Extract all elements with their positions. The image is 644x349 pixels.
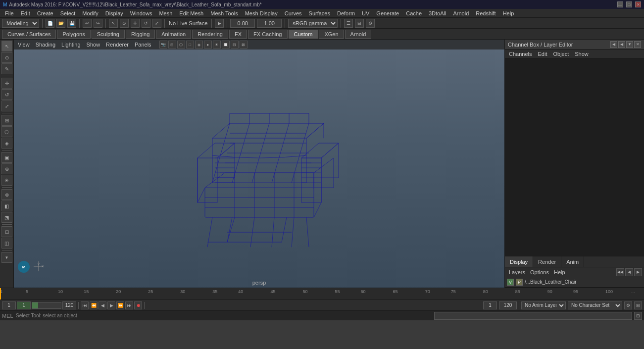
- show-menu[interactable]: Show: [573, 50, 591, 57]
- end-frame-input[interactable]: [62, 301, 76, 309]
- rotate-tool[interactable]: ↺: [1, 89, 12, 100]
- help-menu[interactable]: Help: [552, 269, 567, 276]
- move-tool[interactable]: ✛: [1, 78, 12, 89]
- vp-icon-2[interactable]: ⊞: [168, 41, 176, 49]
- vp-icon-3[interactable]: ⬡: [177, 41, 185, 49]
- scale-icon[interactable]: ⤢: [152, 19, 161, 28]
- tab-anim[interactable]: Anim: [561, 256, 584, 267]
- open-file-icon[interactable]: 📂: [56, 19, 65, 28]
- menu-surfaces[interactable]: Surfaces: [306, 10, 333, 17]
- step-fwd-btn[interactable]: ⏩: [116, 301, 124, 309]
- menu-mesh[interactable]: Mesh: [156, 10, 175, 17]
- mode-dropdown[interactable]: Modeling: [2, 19, 39, 28]
- char-set-selector[interactable]: No Character Set: [568, 301, 622, 309]
- layer-vis-p[interactable]: P: [516, 279, 523, 286]
- vp-menu-show[interactable]: Show: [85, 41, 102, 48]
- timeline-track[interactable]: 1 5 10 15 20 25 30 35 40 45 50 55 60 65 …: [0, 288, 644, 299]
- maximize-button[interactable]: □: [626, 1, 632, 7]
- timeline[interactable]: 1 5 10 15 20 25 30 35 40 45 50 55 60 65 …: [0, 288, 644, 299]
- undo-icon[interactable]: ↩: [83, 19, 92, 28]
- rotate-icon[interactable]: ↺: [142, 19, 150, 28]
- vp-icon-4[interactable]: □: [186, 41, 194, 49]
- tool-settings-icon[interactable]: ⚙: [366, 19, 375, 28]
- dynamic-tool[interactable]: ⬔: [1, 212, 12, 223]
- edit-menu[interactable]: Edit: [536, 50, 549, 57]
- symmetry-tool[interactable]: ◫: [1, 238, 12, 249]
- play-fwd-btn[interactable]: ▶: [107, 301, 115, 309]
- vp-menu-panels[interactable]: Panels: [133, 41, 153, 48]
- render-icon[interactable]: ▶: [215, 19, 224, 28]
- vp-icon-1[interactable]: 📷: [159, 41, 167, 49]
- vp-menu-lighting[interactable]: Lighting: [59, 41, 83, 48]
- menu-create[interactable]: Create: [34, 10, 56, 17]
- menu-uv[interactable]: UV: [359, 10, 372, 17]
- step-back-btn[interactable]: ⏪: [90, 301, 98, 309]
- minimize-button[interactable]: —: [617, 1, 623, 7]
- tab-arnold[interactable]: Arnold: [345, 30, 372, 39]
- paint-tool[interactable]: ✎: [1, 63, 12, 74]
- gamma-selector[interactable]: sRGB gamma: [288, 19, 338, 28]
- paint-effects-tool[interactable]: ◧: [1, 200, 12, 211]
- vp-menu-view[interactable]: View: [16, 41, 32, 48]
- vp-icon-cam[interactable]: ⊠: [240, 41, 248, 49]
- timeline-playhead[interactable]: [0, 288, 1, 299]
- record-btn[interactable]: ⏺: [134, 301, 142, 309]
- deform-tool[interactable]: ⬡: [1, 126, 12, 137]
- move-icon[interactable]: ✛: [131, 19, 140, 28]
- render-view-tool[interactable]: ▣: [1, 152, 12, 163]
- tab-rendering[interactable]: Rendering: [192, 30, 228, 39]
- tab-fx-caching[interactable]: FX Caching: [248, 30, 287, 39]
- tab-custom[interactable]: Custom: [289, 30, 318, 39]
- playback-prefs-btn[interactable]: ⊞: [634, 301, 642, 309]
- menu-arnold[interactable]: Arnold: [450, 10, 472, 17]
- xray-tool[interactable]: ⊡: [1, 226, 12, 237]
- attr-editor-icon[interactable]: ⊟: [355, 19, 364, 28]
- start-frame-input[interactable]: [2, 301, 16, 309]
- lasso-icon[interactable]: ⊙: [120, 19, 129, 28]
- object-menu[interactable]: Object: [551, 50, 571, 57]
- layers-menu[interactable]: Layers: [507, 269, 527, 276]
- layer-icon-next[interactable]: ▶: [634, 268, 642, 276]
- range-start-input[interactable]: [483, 301, 497, 309]
- tab-fx[interactable]: FX: [229, 30, 247, 39]
- menu-3dtoall[interactable]: 3DtoAll: [426, 10, 449, 17]
- tab-display[interactable]: Display: [505, 256, 533, 267]
- tab-animation[interactable]: Animation: [156, 30, 191, 39]
- vp-icon-shading[interactable]: ●: [204, 41, 212, 49]
- menu-help[interactable]: Help: [500, 10, 517, 17]
- select-tool[interactable]: ↖: [1, 41, 12, 51]
- menu-curves[interactable]: Curves: [282, 10, 305, 17]
- menu-file[interactable]: File: [2, 10, 17, 17]
- mel-right-btn[interactable]: ⊟: [634, 312, 642, 320]
- select-icon[interactable]: ↖: [109, 19, 118, 28]
- vp-icon-shadow[interactable]: 🔲: [222, 41, 230, 49]
- new-file-icon[interactable]: 📄: [46, 19, 54, 28]
- current-frame-input[interactable]: [17, 301, 31, 309]
- menu-modify[interactable]: Modify: [79, 10, 101, 17]
- channel-box-icon-3[interactable]: ▼: [626, 41, 633, 48]
- channel-box-icon[interactable]: ☰: [344, 19, 353, 28]
- play-back-btn[interactable]: ◀: [99, 301, 106, 309]
- snap-tool[interactable]: ⊞: [1, 115, 12, 126]
- vp-icon-5[interactable]: ◈: [195, 41, 203, 49]
- menu-cache[interactable]: Cache: [403, 10, 425, 17]
- vp-menu-shading[interactable]: Shading: [34, 41, 57, 48]
- redo-icon[interactable]: ↪: [94, 19, 102, 28]
- vp-icon-grid[interactable]: ⊟: [231, 41, 239, 49]
- more-tools[interactable]: ▼: [1, 252, 12, 263]
- menu-generate[interactable]: Generate: [373, 10, 402, 17]
- tab-sculpting[interactable]: Sculpting: [92, 30, 125, 39]
- scale-tool[interactable]: ⤢: [1, 100, 12, 111]
- layer-icon-play[interactable]: ◀: [625, 268, 633, 276]
- menu-display[interactable]: Display: [102, 10, 126, 17]
- channel-box-icon-1[interactable]: ◀: [610, 41, 617, 48]
- tab-curves-surfaces[interactable]: Curves / Surfaces: [2, 30, 56, 39]
- anim-prefs-btn[interactable]: ⚙: [624, 301, 632, 309]
- title-bar-controls[interactable]: — □ ✕: [617, 1, 641, 7]
- frame-value-2[interactable]: [257, 19, 282, 28]
- layer-vis-v[interactable]: V: [507, 279, 514, 286]
- anim-layer-selector[interactable]: No Anim Layer: [521, 301, 566, 309]
- layer-icon-prev[interactable]: ◀◀: [616, 268, 624, 276]
- vp-menu-renderer[interactable]: Renderer: [104, 41, 131, 48]
- menu-select[interactable]: Select: [57, 10, 79, 17]
